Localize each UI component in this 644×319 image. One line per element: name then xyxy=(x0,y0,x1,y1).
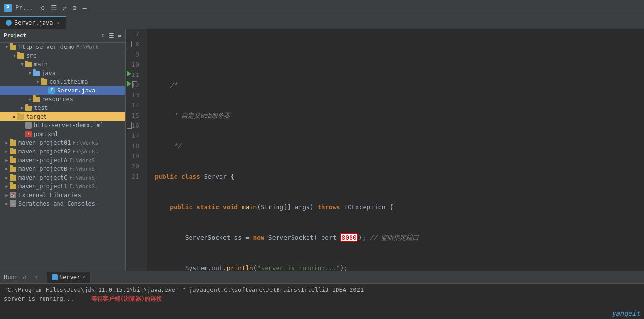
tree-label-src: src xyxy=(26,52,37,59)
code-line-8: /* xyxy=(155,80,636,90)
java-file-icon-server: C xyxy=(48,87,55,94)
tree-label-java: java xyxy=(42,70,56,76)
bottom-tab-server[interactable]: Server ✕ xyxy=(47,272,90,283)
tree-path-mavenA: F:\WorkS xyxy=(69,157,95,164)
tree-item-server-java[interactable]: C Server.java xyxy=(0,86,125,95)
tree-item-maven-projectB[interactable]: maven-projectB F:\WorkS xyxy=(0,165,125,173)
title-bar: P Pr... ⊕ ☰ ⇌ ⚙ — xyxy=(0,0,644,15)
tree-item-maven-project01[interactable]: maven-project01 F:\Works xyxy=(0,138,125,147)
bookmark-icon-8 xyxy=(127,41,132,47)
folder-icon-test xyxy=(25,106,32,111)
folder-icon-main xyxy=(25,62,32,67)
java-file-icon xyxy=(6,20,12,26)
iml-file-icon xyxy=(25,122,32,129)
tree-label-server-java: Server.java xyxy=(57,87,95,94)
run-icon-12[interactable] xyxy=(127,81,131,87)
tree-label-scratches: Scratches and Consoles xyxy=(18,200,95,207)
sidebar: Project ⊕ ☰ ⇌ http-server-demo F:\Work s… xyxy=(0,29,126,271)
line-num-12: 12 xyxy=(126,80,143,90)
tree-label-test: test xyxy=(34,105,48,111)
tree-item-maven-projectC[interactable]: maven-projectC F:\WorkS xyxy=(0,173,125,182)
bottom-panel: Run: ↺ ↑ Server ✕ "C:\Program Files\Java… xyxy=(0,271,644,319)
tab-server-java[interactable]: Server.java ✕ xyxy=(0,16,66,29)
tree-item-scratches[interactable]: ✏ Scratches and Consoles xyxy=(0,199,125,208)
port-number: 8080 xyxy=(340,233,358,242)
tree-item-java[interactable]: java xyxy=(0,69,125,77)
project-title: Pr... xyxy=(15,4,33,11)
folder-icon-mavenA xyxy=(10,158,16,163)
tree-item-pom[interactable]: m pom.xml xyxy=(0,130,125,138)
console-line-running: server is running... 等待客户端(浏览器)的连接 xyxy=(4,294,640,303)
server-tab-close-icon[interactable]: ✕ xyxy=(82,274,85,280)
line-num-16: 16 xyxy=(126,121,143,131)
tree-item-http-server-demo[interactable]: http-server-demo F:\Work xyxy=(0,43,125,51)
list-icon[interactable]: ☰ xyxy=(51,4,57,12)
sidebar-plus-icon[interactable]: ⊕ xyxy=(102,32,105,39)
line-num-17: 17 xyxy=(126,131,143,141)
minus-icon[interactable]: — xyxy=(82,4,86,12)
code-line-9: * 自定义web服务器 xyxy=(155,110,636,121)
sidebar-title: Project xyxy=(4,32,26,39)
tree-item-maven-project02[interactable]: maven-project02 F:\Works xyxy=(0,147,125,156)
restart-icon[interactable]: ↺ xyxy=(20,273,29,282)
code-lines[interactable]: /* * 自定义web服务器 */ public class Server { … xyxy=(147,29,644,271)
run-icon-11[interactable] xyxy=(127,71,131,76)
tree-item-maven-projectA[interactable]: maven-projectA F:\WorkS xyxy=(0,156,125,165)
run-controls: Run: ↺ ↑ xyxy=(4,273,41,282)
tree-item-maven-project1[interactable]: maven_project1 F:\WorkS xyxy=(0,182,125,191)
bottom-content[interactable]: "C:\Program Files\Java\jdk-11.0.15.1\bin… xyxy=(0,284,644,319)
tree-arrow-mavenC xyxy=(4,175,10,181)
sidebar-list-icon[interactable]: ☰ xyxy=(109,32,114,39)
line-num-14: 14 xyxy=(126,100,143,110)
tree-path-mavenC: F:\WorkS xyxy=(69,175,95,181)
split-icon[interactable]: ⇌ xyxy=(63,4,67,12)
tab-close-icon[interactable]: ✕ xyxy=(57,20,59,26)
sidebar-toolbar: Project ⊕ ☰ ⇌ xyxy=(0,29,125,43)
editor-area[interactable]: 7 8 9 10 11 12 13 14 15 xyxy=(126,29,644,271)
tree-item-com-itheima[interactable]: com.itheima xyxy=(0,77,125,86)
tree-label-ext-lib: External Libraries xyxy=(18,192,81,198)
tree-item-src[interactable]: src xyxy=(0,51,125,60)
tree-item-external-libraries[interactable]: 📚 External Libraries xyxy=(0,191,125,199)
line-num-18: 18 xyxy=(126,141,143,151)
tree-label-com-itheima: com.itheima xyxy=(49,78,88,85)
code-line-13: ServerSocket ss = new ServerSocket( port… xyxy=(155,232,636,243)
tree-path-maven02: F:\Works xyxy=(73,149,98,155)
folder-icon-mavenC xyxy=(10,175,16,181)
tree-label-main: main xyxy=(34,61,48,68)
watermark: yangeit xyxy=(612,309,640,317)
tree-arrow-main xyxy=(19,61,25,67)
tree-arrow-com-itheima xyxy=(35,79,41,85)
tree-item-test[interactable]: test xyxy=(0,104,125,112)
circle-icon[interactable]: ⊕ xyxy=(41,4,44,12)
code-line-10: */ xyxy=(155,141,636,151)
tree-item-main[interactable]: main xyxy=(0,60,125,69)
tree-item-target[interactable]: target xyxy=(0,112,125,121)
tree-path-mavenB: F:\WorkS xyxy=(69,166,95,172)
tree-arrow-mavenA xyxy=(4,157,10,163)
tree-label-iml: http-server-demo.iml xyxy=(34,122,104,129)
tree-label-resources: resources xyxy=(42,96,73,103)
tree-arrow-test xyxy=(19,105,25,111)
tree-path-maven1: F:\WorkS xyxy=(69,183,95,190)
tree-label-pom: pom.xml xyxy=(34,131,59,137)
folder-icon-com-itheima xyxy=(41,79,47,85)
console-line-cmd: "C:\Program Files\Java\jdk-11.0.15.1\bin… xyxy=(4,286,640,294)
line-num-10: 10 xyxy=(126,60,143,70)
scroll-up-icon[interactable]: ↑ xyxy=(31,273,41,282)
tree-label-http-server: http-server-demo xyxy=(18,44,74,50)
line-num-9: 9 xyxy=(126,49,143,60)
sidebar-split-icon[interactable]: ⇌ xyxy=(118,32,121,39)
tree-label-maven01: maven-project01 xyxy=(18,139,71,146)
tree-item-http-server-iml[interactable]: http-server-demo.iml xyxy=(0,121,125,130)
code-line-7 xyxy=(155,49,636,60)
gear-icon[interactable]: ⚙ xyxy=(73,4,76,12)
server-tab-label: Server xyxy=(59,274,80,281)
tree-arrow-ext-lib xyxy=(4,192,10,198)
line-num-11: 11 xyxy=(126,70,143,80)
tree-arrow-maven1 xyxy=(4,183,10,189)
tree-item-resources[interactable]: resources xyxy=(0,95,125,104)
tree-arrow-src xyxy=(12,53,17,59)
folder-icon-target xyxy=(17,114,24,120)
tree-label-target: target xyxy=(26,113,47,120)
